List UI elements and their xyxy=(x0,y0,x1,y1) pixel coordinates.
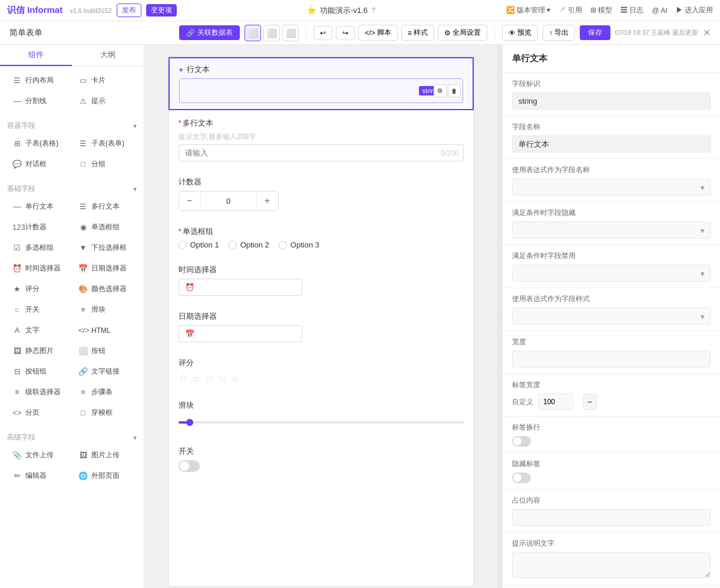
link-table-button[interactable]: 🔗 关联数据表 xyxy=(179,25,240,40)
timepicker-input[interactable]: ⏰ xyxy=(179,279,302,296)
tab-outline[interactable]: 大纲 xyxy=(72,45,144,66)
resize-handle[interactable]: ⋮ xyxy=(497,45,502,588)
model-btn[interactable]: ⊞ 模型 xyxy=(590,5,612,15)
container-header[interactable]: 容器字段 ▾ xyxy=(7,121,137,131)
sidebar-item-html[interactable]: </> HTML xyxy=(73,321,137,339)
sidebar-item-transfer[interactable]: □ 穿梭框 xyxy=(73,404,137,422)
star-2[interactable]: ☆ xyxy=(191,372,201,385)
sidebar-item-radio[interactable]: ◉ 单选框组 xyxy=(73,218,137,236)
prop-help-text-input[interactable] xyxy=(512,552,711,578)
log-btn[interactable]: ☰ 日志 xyxy=(620,5,643,15)
rating-field[interactable]: 评分 ☆ ☆ ☆ ☆ ☆ xyxy=(169,350,474,392)
prop-hide-condition-select[interactable] xyxy=(512,222,711,239)
counter-increment-btn[interactable]: + xyxy=(257,191,278,210)
sidebar-item-checkbox[interactable]: ☑ 多选框组 xyxy=(7,239,71,257)
style-button[interactable]: ≡ 样式 xyxy=(401,25,434,41)
enter-app-btn[interactable]: ▶ 进入应用 xyxy=(676,5,713,15)
delete-field-btn[interactable]: 🗑 xyxy=(448,84,461,97)
sidebar-item-datepicker[interactable]: 📅 日期选择器 xyxy=(73,259,137,278)
sidebar-item-card[interactable]: ▭ 卡片 xyxy=(73,71,137,90)
radio-field[interactable]: *单选框组 Option 1 Option 2 Option 3 xyxy=(169,219,474,257)
sidebar-item-group[interactable]: □ 分组 xyxy=(73,155,137,173)
sidebar-item-subtable-grid[interactable]: ⊞ 子表(表格) xyxy=(7,134,71,153)
tablet-layout-btn[interactable]: ⬜ xyxy=(263,25,280,41)
radio-option-2[interactable]: Option 2 xyxy=(229,240,269,249)
sidebar-item-dialog[interactable]: 💬 对话框 xyxy=(7,155,71,173)
redo-button[interactable]: ↪ xyxy=(336,26,355,40)
radio-option-3[interactable]: Option 3 xyxy=(279,240,319,249)
preview-button[interactable]: 👁 预览 xyxy=(502,25,538,41)
prop-width-input[interactable] xyxy=(512,351,711,368)
publish-button[interactable]: 发布 xyxy=(117,4,141,17)
prop-disable-condition-select[interactable] xyxy=(512,265,711,282)
star-4[interactable]: ☆ xyxy=(217,372,227,385)
sidebar-item-image-upload[interactable]: 🖼 图片上传 xyxy=(73,446,137,464)
save-button[interactable]: 保存 xyxy=(580,25,610,40)
mobile-layout-btn[interactable]: ⬜ xyxy=(282,25,299,41)
script-button[interactable]: </> 脚本 xyxy=(358,25,397,41)
sidebar-item-timepicker[interactable]: ⏰ 时间选择器 xyxy=(7,259,71,278)
sidebar-item-divider[interactable]: — 分割线 xyxy=(7,92,71,110)
sidebar-item-counter[interactable]: 123 计数器 xyxy=(7,218,71,236)
prop-placeholder-input[interactable] xyxy=(512,509,711,526)
basic-header[interactable]: 基础字段 ▾ xyxy=(7,184,137,194)
sidebar-item-button-group[interactable]: ⊟ 按钮组 xyxy=(7,362,71,381)
label-width-minus-btn[interactable]: − xyxy=(583,394,597,410)
prop-field-id-input[interactable] xyxy=(512,93,711,110)
sidebar-item-text[interactable]: A 文字 xyxy=(7,321,71,339)
datepicker-input[interactable]: 📅 xyxy=(179,325,302,342)
sidebar-item-dropdown[interactable]: ▼ 下拉选择框 xyxy=(73,239,137,257)
hide-label-toggle[interactable] xyxy=(512,473,531,483)
singleline-field[interactable]: + 行文本 string ⧉ 🗑 xyxy=(169,57,474,110)
label-wrap-toggle[interactable] xyxy=(512,436,531,447)
version-mgmt-btn[interactable]: 🔀 版本管理 ▾ xyxy=(506,5,551,15)
sidebar-item-pagination[interactable]: <> 分页 xyxy=(7,404,71,422)
changelog-button[interactable]: 变更项 xyxy=(146,4,177,16)
star-3[interactable]: ☆ xyxy=(204,372,214,385)
desktop-layout-btn[interactable]: ⬜ xyxy=(245,25,261,41)
switch-toggle[interactable] xyxy=(179,460,200,472)
sidebar-item-text-link[interactable]: 🔗 文字链接 xyxy=(73,362,137,381)
sidebar-item-singleline[interactable]: — 单行文本 xyxy=(7,197,71,216)
undo-button[interactable]: ↩ xyxy=(313,26,332,40)
sidebar-item-cascade[interactable]: ≡ 级联选择器 xyxy=(7,383,71,401)
quote-btn[interactable]: ↗ 引用 xyxy=(559,5,582,15)
sidebar-item-slider[interactable]: ≡ 滑块 xyxy=(73,300,137,319)
timepicker-field[interactable]: 时间选择器 ⏰ xyxy=(169,257,474,303)
sidebar-item-colorpicker[interactable]: 🎨 颜色选择器 xyxy=(73,280,137,298)
sidebar-item-row-layout[interactable]: ☰ 行内布局 xyxy=(7,71,71,90)
label-width-input[interactable] xyxy=(538,394,573,410)
sidebar-item-hint[interactable]: ⚠ 提示 xyxy=(73,92,137,110)
sidebar-item-switch[interactable]: ○ 开关 xyxy=(7,300,71,319)
slider-field[interactable]: 滑块 xyxy=(169,392,474,438)
prop-expr-style-select[interactable] xyxy=(512,308,711,325)
global-settings-button[interactable]: ⚙ 全局设置 xyxy=(438,25,487,41)
sidebar-item-editor[interactable]: ✏ 编辑器 xyxy=(7,467,71,485)
copy-field-btn[interactable]: ⧉ xyxy=(434,84,447,97)
advanced-header[interactable]: 高级字段 ▾ xyxy=(7,432,137,442)
star-1[interactable]: ☆ xyxy=(179,372,188,385)
sidebar-item-rating[interactable]: ★ 评分 xyxy=(7,280,71,298)
sidebar-item-multiline[interactable]: ☰ 多行文本 xyxy=(73,197,137,216)
export-button[interactable]: ↑ 导出 xyxy=(543,25,575,41)
radio-option-1[interactable]: Option 1 xyxy=(179,240,219,249)
sidebar-item-external-page[interactable]: 🌐 外部页面 xyxy=(73,467,137,485)
tab-components[interactable]: 组件 xyxy=(0,45,72,66)
sidebar-item-steps[interactable]: ≡ 步骤条 xyxy=(73,383,137,401)
sidebar-item-button[interactable]: ⬜ 按钮 xyxy=(73,342,137,360)
multiline-input[interactable] xyxy=(179,144,464,161)
slider-thumb[interactable] xyxy=(186,419,193,426)
sidebar-item-static-image[interactable]: 🖼 静态图片 xyxy=(7,342,71,360)
close-button[interactable]: ✕ xyxy=(703,27,711,38)
datepicker-field[interactable]: 日期选择器 📅 xyxy=(169,303,474,350)
multiline-field[interactable]: *多行文本 提示文字,最多输入200字 0/200 xyxy=(169,110,474,169)
ai-btn[interactable]: @ AI xyxy=(652,6,667,15)
sidebar-item-file-upload[interactable]: 📎 文件上传 xyxy=(7,446,71,464)
switch-field[interactable]: 开关 xyxy=(169,438,474,480)
star-5[interactable]: ☆ xyxy=(230,372,240,385)
help-icon[interactable]: ? xyxy=(371,6,375,15)
sidebar-item-subtable-form[interactable]: ☰ 子表(表单) xyxy=(73,134,137,153)
counter-field[interactable]: 计数器 − 0 + xyxy=(169,169,474,219)
prop-expr-name-select[interactable] xyxy=(512,179,711,196)
counter-decrement-btn[interactable]: − xyxy=(179,191,200,210)
